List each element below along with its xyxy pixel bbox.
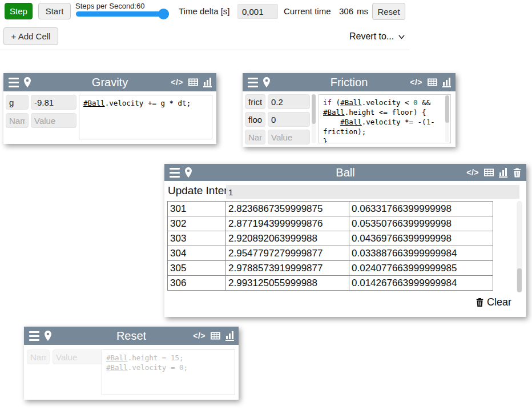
- table-cell: 2.8771943999999876: [226, 216, 349, 231]
- delete-cell-icon[interactable]: [244, 331, 253, 341]
- variable-name-input[interactable]: [6, 95, 29, 110]
- trash-icon: [475, 298, 484, 307]
- start-button[interactable]: Start: [38, 3, 71, 19]
- time-delta-input[interactable]: [237, 4, 278, 19]
- menu-icon[interactable]: [9, 77, 19, 88]
- toolbar-divider: [0, 50, 409, 50]
- clear-button[interactable]: Clear: [475, 296, 511, 308]
- table-cell: 0.05350766399999998: [349, 216, 493, 231]
- map-pin-icon[interactable]: [44, 331, 52, 341]
- variable-value-input[interactable]: [268, 94, 310, 109]
- table-cell: 303: [168, 231, 226, 246]
- menu-icon[interactable]: [29, 331, 39, 341]
- step-button[interactable]: Step: [5, 3, 33, 19]
- chart-view-icon[interactable]: [225, 331, 234, 341]
- code-scrollbar[interactable]: [445, 95, 449, 142]
- table-row: 3062.9931250559999880.014267663999999984: [168, 276, 493, 291]
- table-cell: 306: [168, 276, 226, 291]
- cell-ball-header: Ball </>: [164, 164, 526, 181]
- add-cell-button[interactable]: + Add Cell: [3, 27, 58, 45]
- table-row: 3032.9208920639999880.04369766399999998: [168, 231, 493, 246]
- time-delta-label: Time delta [s]: [179, 6, 229, 16]
- current-time-label: Current time: [284, 6, 331, 16]
- code-line: #Ball.velocity *= -(1-: [323, 117, 446, 127]
- table-cell: 2.9547797279999877: [226, 246, 349, 261]
- cell-gravity: Gravity </> #Ball.velocity += g * dt;: [3, 73, 216, 144]
- steps-per-second-text: Steps per Second:: [75, 2, 136, 10]
- chart-view-icon[interactable]: [499, 168, 507, 178]
- table-scrollbar-thumb[interactable]: [517, 268, 522, 292]
- table-row: 3012.82368673599998750.06331766399999998: [168, 202, 493, 216]
- variables-scrollbar[interactable]: [312, 94, 316, 143]
- delete-cell-icon[interactable]: [461, 77, 470, 87]
- code-editor[interactable]: #Ball.velocity += g * dt;: [79, 95, 212, 139]
- ball-data-table: 3012.82368673599998750.06331766399999998…: [167, 201, 493, 291]
- code-view-icon[interactable]: </>: [466, 168, 479, 177]
- table-cell: 2.993125055999988: [226, 276, 349, 291]
- code-line: }: [323, 136, 446, 143]
- revert-to-label: Revert to...: [349, 31, 394, 42]
- code-line: if (#Ball.velocity < 0 &&: [323, 98, 446, 107]
- cell-ball: Ball </> Update Interval: 3012.823686735…: [164, 164, 526, 317]
- table-cell: 301: [168, 202, 226, 216]
- table-cell: 2.920892063999988: [226, 231, 349, 246]
- new-variable-name-input[interactable]: [6, 113, 29, 128]
- table-view-icon[interactable]: [211, 332, 220, 340]
- table-cell: 304: [168, 246, 226, 261]
- cell-reset-header: Reset </>: [24, 327, 239, 345]
- current-time-value: 306: [339, 6, 353, 16]
- table-view-icon[interactable]: [484, 168, 494, 176]
- steps-per-second-label: Steps per Second:60: [75, 2, 144, 10]
- variable-name-input[interactable]: [245, 112, 265, 127]
- table-row: 3042.95477972799998770.03388766399999998…: [168, 246, 493, 261]
- table-cell: 305: [168, 261, 226, 276]
- new-variable-value-input[interactable]: [268, 130, 310, 144]
- code-view-icon[interactable]: </>: [171, 78, 183, 87]
- table-cell: 0.04369766399999998: [349, 231, 493, 246]
- code-editor[interactable]: if (#Ball.velocity < 0 &&#Ball.height <=…: [319, 94, 451, 143]
- new-variable-value-input[interactable]: [53, 349, 103, 364]
- menu-icon[interactable]: [170, 167, 180, 178]
- reset-button[interactable]: Reset: [372, 3, 405, 20]
- variable-value-input[interactable]: [268, 112, 310, 127]
- delete-cell-icon[interactable]: [221, 77, 231, 87]
- cell-gravity-header: Gravity </>: [3, 73, 216, 91]
- update-interval-input[interactable]: [226, 185, 519, 199]
- variable-value-input[interactable]: [31, 95, 76, 110]
- chevron-down-icon: [398, 33, 405, 41]
- steps-per-second-slider-track[interactable]: [76, 11, 169, 17]
- revert-to-dropdown[interactable]: Revert to...: [349, 31, 405, 42]
- steps-per-second-slider-thumb[interactable]: [158, 9, 169, 19]
- cell-friction: Friction </> if (#Ball.velocity < 0 &&#B…: [243, 73, 456, 147]
- map-pin-icon[interactable]: [23, 77, 31, 87]
- code-view-icon[interactable]: </>: [410, 78, 422, 87]
- chart-view-icon[interactable]: [203, 78, 212, 87]
- code-view-icon[interactable]: </>: [193, 331, 205, 340]
- table-view-icon[interactable]: [188, 78, 198, 86]
- table-cell: 2.9788573919999877: [226, 261, 349, 276]
- new-variable-value-input[interactable]: [31, 113, 76, 128]
- table-row: 3052.97885739199998770.02407766399999998…: [168, 261, 493, 276]
- table-cell: 0.06331766399999998: [349, 202, 493, 216]
- steps-per-second-value: 60: [136, 2, 144, 10]
- cell-reset: Reset </> #Ball.height = 15;#Ball.veloci…: [24, 327, 239, 400]
- map-pin-icon[interactable]: [184, 167, 192, 178]
- code-line: friction);: [323, 127, 446, 136]
- code-editor[interactable]: #Ball.height = 15;#Ball.velocity = 0;: [102, 349, 235, 395]
- table-view-icon[interactable]: [428, 78, 437, 86]
- table-cell: 0.014267663999999984: [349, 276, 493, 291]
- menu-icon[interactable]: [248, 77, 258, 88]
- code-line: #Ball.velocity = 0;: [106, 363, 231, 372]
- code-line: #Ball.velocity += g * dt;: [83, 98, 208, 108]
- code-line: #Ball.height = 15;: [106, 353, 231, 363]
- code-line: #Ball.height <= floor) {: [323, 107, 446, 117]
- new-variable-name-input[interactable]: [245, 130, 265, 144]
- cell-friction-header: Friction </>: [243, 73, 456, 91]
- chart-view-icon[interactable]: [442, 78, 451, 87]
- map-pin-icon[interactable]: [263, 77, 271, 87]
- current-time-unit: ms: [357, 6, 368, 16]
- delete-cell-icon[interactable]: [513, 168, 522, 178]
- table-cell: 302: [168, 216, 226, 231]
- variable-name-input[interactable]: [245, 94, 265, 109]
- new-variable-name-input[interactable]: [27, 349, 50, 364]
